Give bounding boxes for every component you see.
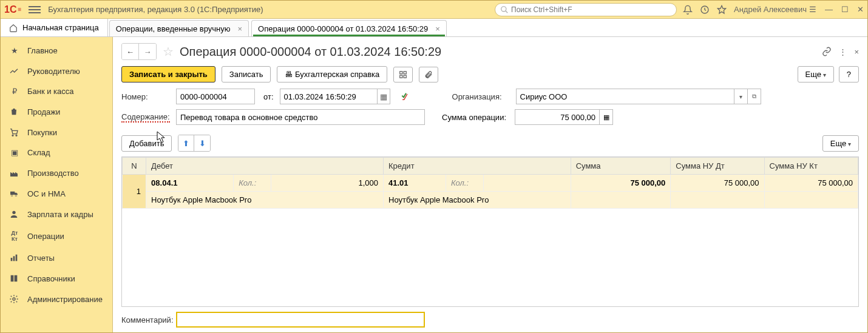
history-icon[interactable]: [700, 5, 710, 15]
tab-close-icon[interactable]: ×: [238, 24, 243, 33]
sidebar-item-sales[interactable]: Продажи: [1, 101, 112, 122]
app-logo: 1С ≡: [4, 4, 21, 15]
favorite-star-icon[interactable]: ☆: [163, 44, 174, 59]
cell-sum[interactable]: 75 000,00: [571, 175, 671, 192]
link-icon[interactable]: [822, 47, 832, 56]
sidebar-item-admin[interactable]: Администрирование: [1, 289, 112, 309]
calendar-icon[interactable]: ▦: [377, 89, 390, 104]
tabs-bar: Начальная страница Операции, введенные в…: [1, 19, 867, 37]
move-up-button[interactable]: ⬆: [178, 135, 194, 151]
cell-kt-account[interactable]: 41.01: [384, 175, 446, 192]
accounting-report-button[interactable]: 🖶 Бухгалтерская справка: [277, 66, 387, 82]
attach-button[interactable]: [419, 67, 438, 82]
sidebar-item-main[interactable]: ★Главное: [1, 41, 112, 61]
sidebar-item-purchases[interactable]: Покупки: [1, 122, 112, 143]
maximize-icon[interactable]: ☐: [841, 5, 849, 14]
sidebar-item-bank[interactable]: ₽Банк и касса: [1, 81, 112, 101]
sidebar-item-label: Справочники: [27, 274, 75, 283]
sidebar: ★Главное Руководителю ₽Банк и касса Прод…: [1, 37, 113, 332]
save-button[interactable]: Записать: [222, 66, 271, 82]
col-n[interactable]: N: [123, 158, 146, 175]
back-button[interactable]: ←: [122, 44, 139, 59]
add-row-button[interactable]: Добавить: [121, 135, 172, 152]
coin-icon: ₽: [9, 87, 20, 96]
entries-table[interactable]: N Дебет Кредит Сумма Сумма НУ Дт Сумма Н…: [121, 156, 859, 307]
col-debit[interactable]: Дебет: [146, 158, 384, 175]
number-label: Номер:: [121, 92, 170, 101]
search-input[interactable]: [511, 5, 671, 14]
move-row-buttons: ⬆ ⬇: [178, 135, 211, 152]
search-box[interactable]: [495, 3, 677, 16]
search-icon: [500, 5, 509, 14]
cell-dt-account[interactable]: 08.04.1: [146, 175, 234, 192]
forward-button[interactable]: →: [139, 44, 156, 59]
more-button[interactable]: Еще: [798, 66, 834, 82]
cell-empty: [571, 192, 671, 209]
bell-icon[interactable]: [683, 5, 693, 15]
comment-field[interactable]: [176, 312, 425, 328]
close-panel-icon[interactable]: ×: [854, 47, 859, 56]
structure-button[interactable]: [393, 67, 413, 82]
main-content: ← → ☆ Операция 0000-000004 от 01.03.2024…: [113, 37, 867, 332]
tab-operations-manual[interactable]: Операции, введенные вручную ×: [109, 20, 249, 36]
minimize-icon[interactable]: —: [825, 5, 833, 14]
open-ref-icon[interactable]: ⧉: [748, 89, 761, 104]
col-credit[interactable]: Кредит: [384, 158, 571, 175]
svg-rect-14: [404, 71, 406, 73]
user-menu[interactable]: Андрей Алексеевич☰: [734, 5, 816, 14]
content-field[interactable]: [176, 109, 425, 125]
calculator-icon[interactable]: ▦: [600, 109, 613, 125]
org-field[interactable]: [516, 89, 734, 104]
cell-empty: [671, 192, 764, 209]
more-menu-icon[interactable]: ⋮: [839, 47, 847, 56]
sidebar-item-production[interactable]: Производство: [1, 163, 112, 183]
move-down-button[interactable]: ⬇: [194, 135, 210, 151]
logo-equals: ≡: [18, 6, 21, 13]
sidebar-item-refs[interactable]: Справочники: [1, 268, 112, 289]
cell-nu-dt[interactable]: 75 000,00: [671, 175, 764, 192]
sum-field[interactable]: [515, 109, 600, 125]
sidebar-item-label: Руководителю: [27, 67, 80, 76]
table-row[interactable]: 1 08.04.1 Кол.: 1,000 41.01 Кол.: 75 000…: [123, 175, 858, 192]
star-icon[interactable]: [717, 5, 727, 15]
doc-title: Операция 0000-000004 от 01.03.2024 16:50…: [180, 45, 441, 59]
sidebar-item-hr[interactable]: Зарплата и кадры: [1, 204, 112, 224]
tab-label: Операция 0000-000004 от 01.03.2024 16:50…: [258, 24, 428, 33]
sidebar-item-label: Продажи: [27, 107, 60, 116]
logo-1c: 1С: [4, 4, 16, 15]
org-field-wrap: ▾ ⧉: [516, 89, 761, 104]
dropdown-icon[interactable]: ▾: [734, 89, 748, 104]
factory-icon: [9, 168, 20, 178]
sidebar-item-operations[interactable]: ДтКтОперации: [1, 224, 112, 247]
post-icon[interactable]: [400, 92, 410, 101]
menu-icon[interactable]: [29, 6, 41, 13]
sidebar-item-reports[interactable]: Отчеты: [1, 247, 112, 268]
sidebar-item-warehouse[interactable]: ▣Склад: [1, 143, 112, 163]
home-tab[interactable]: Начальная страница: [1, 19, 108, 36]
sidebar-item-label: Администрирование: [27, 295, 103, 304]
cell-kt-qty[interactable]: [483, 175, 571, 192]
number-field[interactable]: [176, 89, 255, 104]
comment-label: Комментарий:: [121, 315, 170, 325]
tab-operation-doc[interactable]: Операция 0000-000004 от 01.03.2024 16:50…: [251, 20, 447, 36]
window-controls: — ☐ ✕: [825, 5, 864, 14]
cell-dt-item[interactable]: Ноутбук Apple Macbook Pro: [146, 192, 384, 209]
sidebar-item-manager[interactable]: Руководителю: [1, 61, 112, 81]
tab-close-icon[interactable]: ×: [435, 24, 440, 33]
sidebar-item-label: Операции: [27, 232, 64, 241]
col-nu-dt[interactable]: Сумма НУ Дт: [671, 158, 764, 175]
home-tab-label: Начальная страница: [22, 23, 99, 32]
help-button[interactable]: ?: [839, 66, 859, 82]
close-icon[interactable]: ✕: [857, 5, 864, 14]
cell-kt-item[interactable]: Ноутбук Apple Macbook Pro: [384, 192, 571, 209]
date-field[interactable]: [280, 89, 377, 104]
cell-dt-qty[interactable]: 1,000: [271, 175, 383, 192]
sidebar-item-label: Покупки: [27, 128, 57, 137]
sidebar-item-assets[interactable]: ОС и НМА: [1, 183, 112, 204]
col-nu-kt[interactable]: Сумма НУ Кт: [764, 158, 858, 175]
save-and-close-button[interactable]: Записать и закрыть: [121, 66, 215, 82]
table-row-sub[interactable]: Ноутбук Apple Macbook Pro Ноутбук Apple …: [123, 192, 858, 209]
table-more-button[interactable]: Еще: [822, 135, 859, 152]
cell-nu-kt[interactable]: 75 000,00: [764, 175, 858, 192]
col-sum[interactable]: Сумма: [571, 158, 671, 175]
